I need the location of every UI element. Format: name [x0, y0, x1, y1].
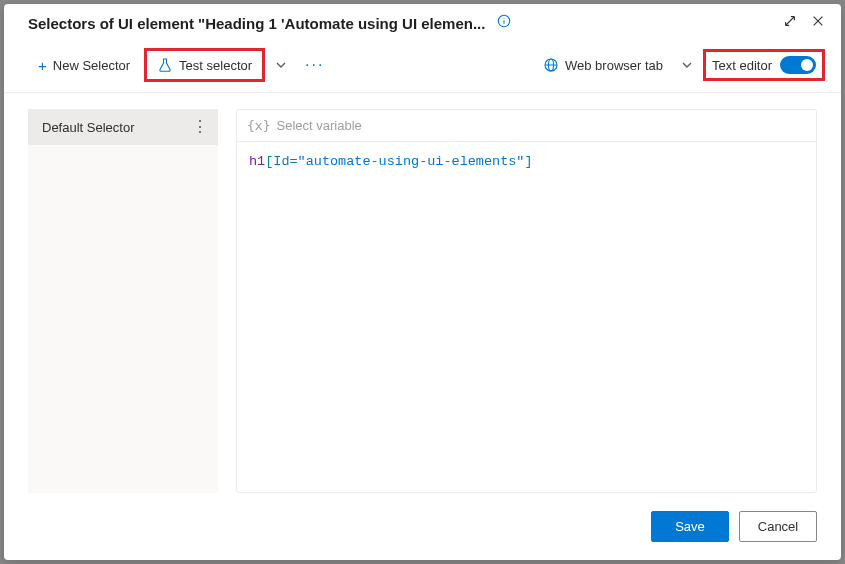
expand-icon[interactable] — [783, 14, 797, 32]
flask-icon — [157, 57, 173, 73]
text-editor-highlight: Text editor — [703, 49, 825, 81]
chevron-down-icon — [275, 59, 287, 71]
code-attr-close: ] — [524, 154, 532, 169]
dialog-footer: Save Cancel — [4, 493, 841, 560]
select-variable-placeholder: Select variable — [276, 118, 361, 133]
globe-icon — [543, 57, 559, 73]
ellipsis-icon: ··· — [305, 56, 324, 73]
text-editor-label: Text editor — [712, 58, 772, 73]
selector-code-area[interactable]: h1[Id="automate-using-ui-elements"] — [237, 142, 816, 492]
chevron-down-icon — [681, 59, 693, 71]
cancel-button[interactable]: Cancel — [739, 511, 817, 542]
web-browser-tab-dropdown[interactable] — [675, 53, 699, 77]
test-selector-button[interactable]: Test selector — [147, 51, 262, 79]
svg-point-2 — [504, 18, 505, 19]
new-selector-label: New Selector — [53, 58, 130, 73]
more-options-button[interactable]: ··· — [297, 50, 332, 80]
code-value: "automate-using-ui-elements" — [298, 154, 525, 169]
save-button[interactable]: Save — [651, 511, 729, 542]
text-editor-toggle[interactable] — [780, 56, 816, 74]
test-selector-highlight: Test selector — [144, 48, 265, 82]
close-icon[interactable] — [811, 14, 825, 32]
web-browser-tab-label: Web browser tab — [565, 58, 663, 73]
selector-item-default[interactable]: Default Selector ⋮ — [28, 109, 218, 145]
body-area: Default Selector ⋮ {x} Select variable h… — [4, 93, 841, 493]
info-icon[interactable] — [493, 14, 511, 32]
editor-pane: {x} Select variable h1[Id="automate-usin… — [236, 109, 817, 493]
toolbar: + New Selector Test selector ··· We — [4, 42, 841, 93]
variable-icon: {x} — [247, 118, 270, 133]
title-bar: Selectors of UI element "Heading 1 'Auto… — [4, 4, 841, 42]
web-browser-tab-button[interactable]: Web browser tab — [535, 51, 671, 79]
dialog-title: Selectors of UI element "Heading 1 'Auto… — [28, 15, 485, 32]
select-variable-button[interactable]: {x} Select variable — [237, 110, 816, 142]
selector-item-menu-icon[interactable]: ⋮ — [192, 119, 208, 135]
code-attr-open: [Id= — [265, 154, 297, 169]
selector-item-label: Default Selector — [42, 120, 135, 135]
test-selector-dropdown[interactable] — [269, 53, 293, 77]
new-selector-button[interactable]: + New Selector — [28, 52, 140, 79]
plus-icon: + — [38, 58, 47, 73]
code-tag: h1 — [249, 154, 265, 169]
selectors-sidebar: Default Selector ⋮ — [28, 109, 218, 493]
test-selector-label: Test selector — [179, 58, 252, 73]
selectors-dialog: Selectors of UI element "Heading 1 'Auto… — [4, 4, 841, 560]
